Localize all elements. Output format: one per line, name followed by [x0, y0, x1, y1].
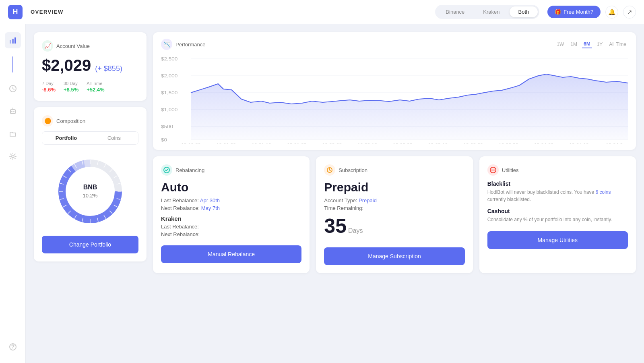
rebalancing-icon: [161, 164, 172, 176]
bar-chart-icon: [9, 36, 17, 44]
performance-chart-svg: $2,500 $2,000 $1,500 $1,000 $500 $0: [161, 55, 628, 143]
sidebar-item-settings[interactable]: [5, 148, 21, 164]
rebalancing-type: Auto: [161, 180, 301, 194]
time-remaining-label: Time Remaining:: [324, 205, 464, 211]
last-rebalance-kraken: Last Rebalance:: [161, 224, 301, 230]
subscription-icon: [324, 164, 335, 176]
account-type-value: Prepaid: [359, 197, 377, 203]
filter-1m[interactable]: 1M: [569, 40, 579, 48]
sidebar-divider: [12, 56, 13, 73]
blacklist-desc: HodlBot will never buy blacklisted coins…: [487, 189, 628, 203]
tab-binance[interactable]: Binance: [437, 6, 473, 17]
filter-alltime[interactable]: All Time: [607, 40, 628, 48]
subscription-type: Prepaid: [324, 180, 464, 194]
last-rebalance-binance: Last Rebalance: Apr 30th: [161, 197, 301, 203]
svg-point-6: [13, 111, 14, 112]
subscription-title: Subscription: [339, 167, 367, 173]
composition-title: Composition: [56, 118, 85, 124]
manage-utilities-button[interactable]: Manage Utilities: [487, 231, 628, 249]
svg-text:$2,500: $2,500: [161, 57, 178, 62]
account-type-row: Account Type: Prepaid: [324, 197, 464, 203]
svg-text:19-01-19: 19-01-19: [252, 142, 271, 143]
manual-rebalance-button[interactable]: Manual Rebalance: [161, 245, 301, 263]
days-display: 35 Days: [324, 216, 464, 236]
blacklist-title: Blacklist: [487, 180, 628, 187]
performance-chart-area: $2,500 $2,000 $1,500 $1,000 $500 $0: [161, 55, 628, 143]
svg-text:19-03-10: 19-03-10: [428, 142, 448, 143]
svg-point-7: [12, 108, 13, 108]
svg-text:19-02-28: 19-02-28: [393, 142, 413, 143]
svg-text:$500: $500: [161, 124, 173, 129]
notifications-icon[interactable]: 🔔: [605, 6, 618, 19]
rebalancing-card: Rebalancing Auto Last Rebalance: Apr 30t…: [153, 156, 310, 273]
subscription-card: Subscription Prepaid Account Type: Prepa…: [316, 156, 473, 273]
tab-both[interactable]: Both: [510, 6, 538, 17]
bottom-row: Rebalancing Auto Last Rebalance: Apr 30t…: [153, 156, 636, 273]
stat-alltime: All Time +52.4%: [87, 81, 104, 93]
sidebar: [0, 24, 26, 281]
sidebar-item-bot[interactable]: [5, 103, 21, 119]
svg-text:$0: $0: [161, 138, 167, 143]
performance-icon: 📉: [161, 39, 172, 50]
account-value-title: Account Value: [56, 43, 90, 49]
performance-card: 📉 Performance 1W 1M 6M 1Y All Time $2,50…: [153, 32, 636, 150]
svg-rect-2: [14, 37, 16, 44]
utilities-title: Utilities: [502, 167, 519, 173]
svg-point-8: [12, 155, 14, 158]
manage-subscription-button[interactable]: Manage Subscription: [324, 247, 464, 265]
tab-kraken[interactable]: Kraken: [474, 6, 508, 17]
composition-tabs: Portfolio Coins: [42, 131, 138, 145]
days-suffix: Days: [348, 227, 363, 234]
gear-icon: [9, 152, 17, 160]
time-filters: 1W 1M 6M 1Y All Time: [555, 40, 628, 48]
account-value-icon: 📈: [42, 40, 53, 52]
filter-1w[interactable]: 1W: [555, 40, 566, 48]
sidebar-item-history[interactable]: [5, 81, 21, 97]
cashout-title: Cashout: [487, 208, 628, 214]
performance-title: Performance: [175, 41, 205, 48]
robot-icon: [9, 107, 17, 115]
svg-rect-4: [10, 110, 15, 114]
svg-text:19-02-18: 19-02-18: [357, 142, 377, 143]
filter-1y[interactable]: 1Y: [595, 40, 605, 48]
left-column: 📈 Account Value $2,029 (+ $855) 7 Day -8…: [34, 32, 147, 273]
account-value-amount: $2,029: [42, 56, 91, 75]
tab-portfolio[interactable]: Portfolio: [42, 132, 90, 144]
clock-icon: [9, 85, 17, 93]
rebalancing-title: Rebalancing: [175, 167, 204, 173]
stat-7day: 7 Day -8.6%: [42, 81, 56, 93]
filter-6m[interactable]: 6M: [582, 40, 592, 48]
svg-point-5: [11, 111, 12, 112]
cashout-desc: Consolidate any % of your portfolio into…: [487, 216, 628, 223]
stat-30day: 30 Day +8.5%: [64, 81, 78, 93]
svg-text:19-01-09: 19-01-09: [217, 142, 236, 143]
next-rebalance-kraken: Next Rebalance:: [161, 231, 301, 237]
free-month-button[interactable]: 🎁 Free Month?: [547, 6, 601, 18]
tab-coins[interactable]: Coins: [90, 132, 138, 144]
folder-icon: [9, 130, 17, 138]
svg-rect-1: [12, 39, 14, 44]
sidebar-item-portfolio[interactable]: [5, 126, 21, 142]
next-rebalance-binance: Next Rebalance: May 7th: [161, 205, 301, 211]
svg-text:19-04-09: 19-04-09: [534, 142, 554, 143]
donut-chart: BNB 10.2%: [54, 155, 126, 228]
svg-rect-0: [10, 40, 11, 44]
svg-text:19-01-29: 19-01-29: [287, 142, 307, 143]
stat-alltime-value: +52.4%: [87, 87, 104, 93]
svg-text:19-02-08: 19-02-08: [322, 142, 342, 143]
donut-center-label: BNB: [83, 184, 97, 191]
right-column: 📉 Performance 1W 1M 6M 1Y All Time $2,50…: [153, 32, 636, 273]
change-portfolio-button[interactable]: Change Portfolio: [42, 236, 138, 253]
donut-center-value: 10.2%: [83, 193, 98, 199]
days-number: 35: [324, 216, 347, 236]
svg-text:$1,000: $1,000: [161, 108, 178, 112]
stat-7day-value: -8.6%: [42, 87, 56, 93]
svg-text:19-03-20: 19-03-20: [463, 142, 483, 143]
sidebar-item-overview[interactable]: [5, 32, 21, 48]
svg-text:18-12-30: 18-12-30: [181, 142, 201, 143]
svg-text:19-04-2: 19-04-2: [606, 142, 623, 143]
app-logo: H: [8, 5, 23, 19]
composition-icon: 🟠: [42, 115, 53, 127]
svg-text:$1,500: $1,500: [161, 91, 178, 95]
share-icon[interactable]: ↗: [623, 6, 636, 19]
